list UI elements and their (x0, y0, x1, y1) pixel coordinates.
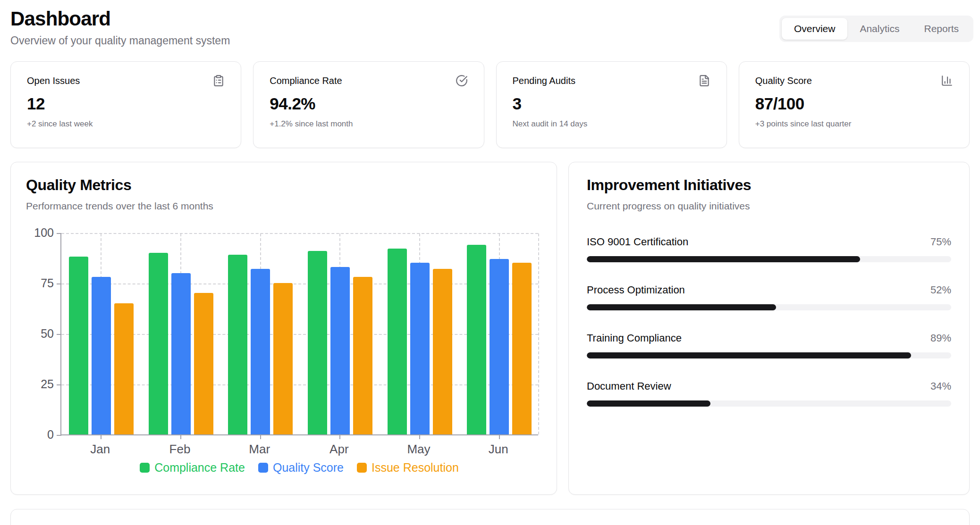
legend-label: Issue Resolution (372, 461, 459, 475)
y-axis-tick-label: 50 (41, 327, 54, 341)
view-tabs: OverviewAnalyticsReports (779, 16, 973, 42)
y-axis-tick (57, 233, 61, 234)
initiative-percent: 75% (930, 236, 951, 248)
y-axis-labels: 0255075100 (26, 233, 60, 435)
page-header: Dashboard Overview of your quality manag… (0, 0, 980, 47)
stat-card-header: Open Issues (27, 75, 225, 87)
initiatives-subtitle: Current progress on quality initiatives (587, 200, 951, 212)
bar-issue-resolution-mar (273, 283, 293, 434)
initiative-item-process-optimization: Process Optimization52% (587, 283, 951, 310)
bar-compliance-rate-apr (308, 251, 327, 434)
legend-label: Compliance Rate (154, 461, 245, 475)
bar-group-jun (467, 245, 532, 434)
stat-card-pending-audits: Pending Audits3Next audit in 14 days (496, 61, 727, 148)
circle-check-icon (456, 75, 468, 87)
initiative-name: Training Compliance (587, 332, 682, 344)
stat-subtext: +1.2% since last month (270, 119, 467, 129)
stat-value: 94.2% (270, 94, 467, 113)
y-axis-tick-label: 25 (41, 377, 54, 391)
x-axis-tick (260, 434, 261, 439)
y-axis-tick-label: 75 (41, 276, 54, 290)
initiatives-title: Improvement Initiatives (587, 176, 951, 194)
bottom-partial-card (10, 509, 970, 525)
bar-quality-score-apr (330, 267, 350, 434)
bar-issue-resolution-apr (353, 277, 372, 434)
x-axis-tick (419, 434, 420, 439)
main-row: Quality Metrics Performance trends over … (0, 162, 980, 495)
legend-label: Quality Score (273, 461, 344, 475)
stat-card-header: Pending Audits (513, 75, 710, 87)
file-text-icon (698, 75, 710, 87)
progress-bar-fill (587, 352, 911, 358)
x-axis-label-jan: Jan (90, 442, 110, 457)
bar-compliance-rate-jun (467, 245, 486, 434)
stat-label: Open Issues (27, 75, 80, 86)
stat-card-open-issues: Open Issues12+2 since last week (10, 61, 241, 148)
y-axis-tick (57, 384, 61, 385)
y-axis-tick (57, 283, 61, 284)
progress-bar-track (587, 256, 951, 262)
x-axis-label-jun: Jun (489, 442, 508, 457)
bar-compliance-rate-jan (69, 257, 88, 434)
progress-bar-fill (587, 400, 710, 407)
x-axis-tick (180, 434, 181, 439)
stat-value: 87/100 (755, 94, 953, 113)
tab-overview[interactable]: Overview (782, 18, 848, 40)
bar-issue-resolution-jun (512, 263, 532, 434)
stat-card-header: Compliance Rate (270, 75, 467, 87)
stat-card-quality-score: Quality Score87/100+3 points since last … (739, 61, 970, 148)
initiatives-list: ISO 9001 Certification75%Process Optimiz… (587, 235, 951, 407)
bar-quality-score-jan (92, 277, 111, 434)
initiative-header-row: Training Compliance89% (587, 332, 951, 345)
tab-reports[interactable]: Reports (912, 18, 971, 40)
initiative-percent: 34% (930, 380, 951, 392)
bar-compliance-rate-mar (228, 255, 247, 434)
bar-group-jan (69, 257, 134, 434)
tab-analytics[interactable]: Analytics (847, 18, 912, 40)
quality-metrics-card: Quality Metrics Performance trends over … (10, 162, 557, 495)
progress-bar-fill (587, 304, 776, 310)
page-title: Dashboard (10, 8, 230, 30)
chart-subtitle: Performance trends over the last 6 month… (26, 200, 541, 212)
stat-card-compliance-rate: Compliance Rate94.2%+1.2% since last mon… (253, 61, 484, 148)
x-axis-label-feb: Feb (169, 442, 191, 457)
stat-label: Quality Score (755, 75, 812, 86)
bar-compliance-rate-may (388, 249, 407, 434)
initiative-item-training-compliance: Training Compliance89% (587, 332, 951, 358)
bar-issue-resolution-feb (194, 293, 213, 434)
chart-plot (60, 233, 538, 435)
x-axis-label-apr: Apr (329, 442, 348, 457)
bar-quality-score-feb (171, 273, 191, 434)
page-subtitle: Overview of your quality management syst… (10, 34, 230, 47)
initiative-item-iso-9001-certification: ISO 9001 Certification75% (587, 235, 951, 262)
progress-bar-track (587, 400, 951, 407)
initiative-header-row: ISO 9001 Certification75% (587, 235, 951, 249)
stat-label: Compliance Rate (270, 75, 342, 86)
gridline-h-100 (61, 233, 538, 234)
legend-item-issue-resolution: Issue Resolution (357, 461, 459, 475)
legend-swatch (357, 463, 367, 473)
dashboard-page: Dashboard Overview of your quality manag… (0, 0, 980, 525)
header-text: Dashboard Overview of your quality manag… (10, 8, 230, 47)
legend-item-compliance-rate: Compliance Rate (140, 461, 245, 475)
bar-quality-score-jun (490, 259, 509, 434)
initiative-header-row: Document Review34% (587, 380, 951, 393)
y-axis-tick-label: 100 (34, 226, 54, 240)
initiative-percent: 52% (930, 284, 951, 296)
legend-swatch (140, 463, 150, 473)
bar-group-mar (228, 255, 293, 434)
stat-subtext: +3 points since last quarter (755, 119, 953, 129)
chart-legend: Compliance RateQuality ScoreIssue Resolu… (60, 461, 538, 475)
bar-issue-resolution-may (433, 269, 452, 434)
stat-subtext: +2 since last week (27, 119, 225, 129)
y-axis-tick (57, 334, 61, 335)
stat-card-header: Quality Score (755, 75, 953, 87)
bar-chart: 0255075100 JanFebMarAprMayJun Compliance… (26, 233, 541, 475)
initiative-item-document-review: Document Review34% (587, 380, 951, 407)
x-axis-tick (339, 434, 340, 439)
stat-value: 3 (513, 94, 710, 113)
initiative-percent: 89% (930, 332, 951, 344)
clipboard-list-icon (212, 75, 225, 87)
stat-label: Pending Audits (513, 75, 575, 86)
initiative-name: Process Optimization (587, 284, 685, 296)
